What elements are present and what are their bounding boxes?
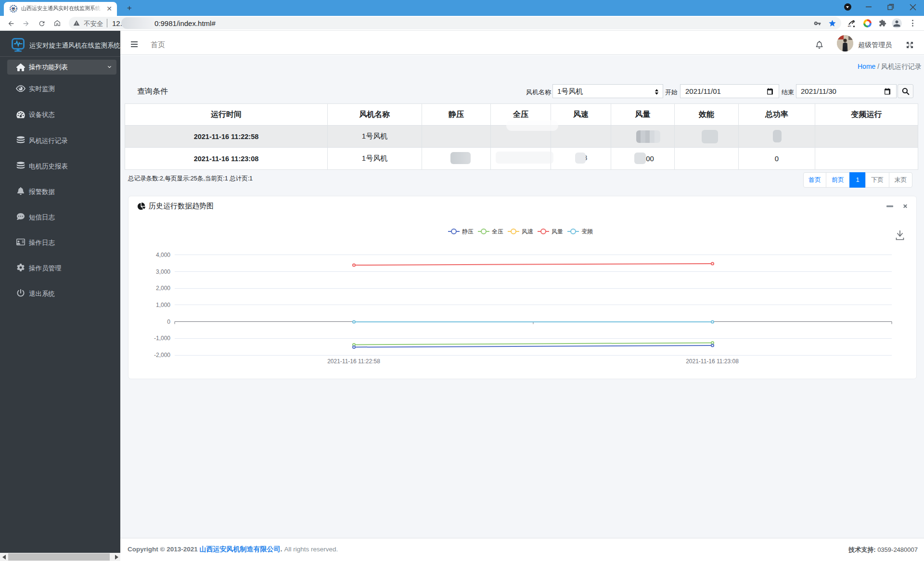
svg-text:全压: 全压 [492,228,503,235]
svg-text:风速: 风速 [522,228,533,235]
svg-text:4,000: 4,000 [156,252,170,258]
svg-text:变频: 变频 [581,228,593,235]
svg-text:风量: 风量 [552,228,563,235]
svg-text:en: en [848,25,851,27]
svg-text:静压: 静压 [462,228,474,235]
svg-text:美: 美 [853,20,855,23]
svg-text:2,000: 2,000 [156,285,170,292]
svg-text:1,000: 1,000 [156,302,170,308]
svg-text:2021-11-16 11:23:08: 2021-11-16 11:23:08 [686,358,739,365]
svg-text:-2,000: -2,000 [154,352,170,358]
svg-text:0: 0 [167,319,170,325]
svg-text:3,000: 3,000 [156,268,170,275]
svg-text:2021-11-16 11:22:58: 2021-11-16 11:22:58 [327,358,380,365]
svg-text:-1,000: -1,000 [154,335,170,342]
